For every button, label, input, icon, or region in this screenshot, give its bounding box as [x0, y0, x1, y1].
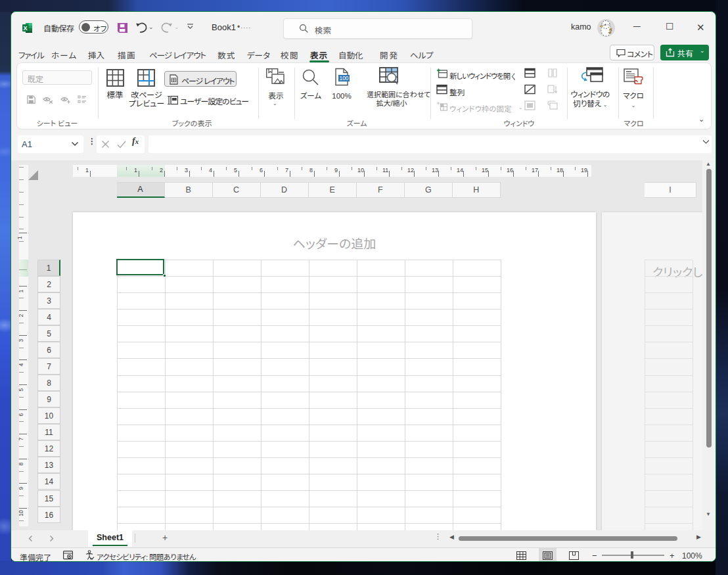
svg-text:X: X	[23, 25, 27, 32]
svg-text:100: 100	[339, 75, 348, 81]
